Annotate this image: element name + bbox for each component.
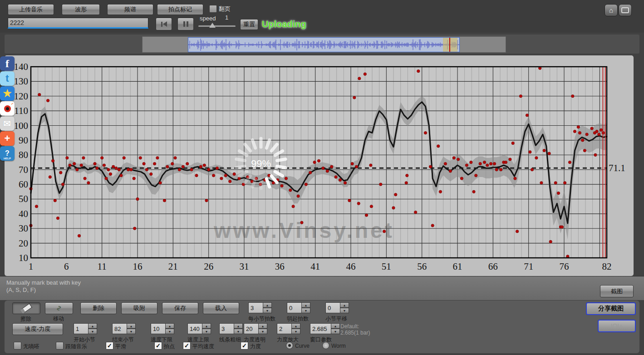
tempo-chart[interactable]: www.Vinsy.net140130120110100908070605040… bbox=[5, 55, 634, 276]
stepper-down-r2-1[interactable]: ▼ bbox=[88, 329, 97, 334]
checkbox-1[interactable] bbox=[14, 342, 21, 350]
stepper-label-r1-2: 弱起拍数 bbox=[287, 315, 309, 323]
action-button-1[interactable]: 删除 bbox=[80, 302, 117, 314]
action-button-2[interactable]: 吸附 bbox=[121, 302, 157, 314]
toolbar-button-4[interactable]: 拍点标记 bbox=[157, 4, 203, 15]
stepper-arrows-r1-2: ▲▼ bbox=[301, 302, 310, 313]
stepper-up-r1-2[interactable]: ▲ bbox=[301, 302, 310, 308]
checkbox-5[interactable]: ✓ bbox=[183, 342, 191, 350]
stepper-down-r2-7[interactable]: ▼ bbox=[291, 329, 300, 334]
y-axis-label: 130 bbox=[14, 76, 29, 87]
stepper-arrows-r2-7: ▲▼ bbox=[291, 323, 300, 334]
twitter-icon[interactable]: t bbox=[0, 71, 15, 86]
stepper-value-r2-3[interactable]: 10 bbox=[151, 323, 167, 334]
stepper-up-r1-1[interactable]: ▲ bbox=[263, 302, 272, 308]
checkbox-label-6: 力度 bbox=[250, 343, 261, 350]
stepper-up-r2-8[interactable]: ▲ bbox=[331, 323, 340, 329]
page-flip-checkbox[interactable] bbox=[209, 5, 217, 13]
x-axis-label: 41 bbox=[310, 261, 320, 272]
radio-label-2: Worm bbox=[331, 343, 346, 349]
stepper-value-r1-3[interactable]: 0 bbox=[325, 302, 342, 313]
stepper-value-r2-2[interactable]: 82 bbox=[112, 323, 128, 334]
stepper-up-r2-3[interactable]: ▲ bbox=[165, 323, 174, 329]
checkbox-label-5: 平均速度 bbox=[192, 343, 214, 350]
stepper-value-r2-1[interactable]: 1 bbox=[74, 323, 90, 334]
stepper-arrows-r1-3: ▲▼ bbox=[340, 302, 349, 313]
stepper-down-r2-3[interactable]: ▼ bbox=[165, 329, 174, 334]
skip-to-start-button[interactable] bbox=[156, 18, 172, 30]
stepper-value-r2-7[interactable]: 2 bbox=[277, 323, 293, 334]
qzone-icon[interactable]: ★ bbox=[0, 86, 15, 101]
stepper-up-r2-4[interactable]: ▲ bbox=[202, 323, 211, 329]
stepper-up-r2-1[interactable]: ▲ bbox=[88, 323, 97, 329]
stepper-up-r1-3[interactable]: ▲ bbox=[340, 302, 349, 308]
stepper-value-r2-5[interactable]: 3 bbox=[219, 323, 236, 334]
screenshot-button[interactable]: 截图 bbox=[600, 285, 634, 297]
checkbox-2[interactable] bbox=[56, 342, 64, 350]
waveform-playhead[interactable] bbox=[449, 38, 450, 52]
home-icon[interactable]: ⌂ bbox=[605, 4, 618, 16]
stepper-value-r1-2[interactable]: 0 bbox=[287, 302, 303, 313]
stepper-down-r1-3[interactable]: ▼ bbox=[340, 308, 349, 313]
waveform-track[interactable] bbox=[142, 36, 506, 53]
tool-label-2: 移动 bbox=[45, 315, 72, 323]
stepper-value-r1-1[interactable]: 3 bbox=[248, 302, 265, 313]
action-button-4[interactable]: 载入 bbox=[203, 302, 239, 314]
stepper-value-r2-6[interactable]: 20 bbox=[244, 323, 260, 334]
stepper-up-r2-2[interactable]: ▲ bbox=[127, 323, 136, 329]
display-icon[interactable] bbox=[619, 4, 632, 16]
pause-button[interactable] bbox=[177, 18, 194, 30]
checkbox-6[interactable]: ✓ bbox=[241, 342, 248, 350]
bottom-control-panel: 速度-力度 Default: 2.685(1 bar) 分享截图 IOI+ 擦除… bbox=[5, 301, 639, 353]
x-axis-label: 36 bbox=[275, 261, 285, 272]
toolbar-button-2[interactable]: 波形 bbox=[62, 4, 100, 15]
facebook-icon[interactable]: f bbox=[0, 56, 15, 71]
stepper-down-r1-2[interactable]: ▼ bbox=[301, 308, 310, 313]
mail-icon[interactable]: ✉ bbox=[0, 116, 15, 131]
share-screenshot-button[interactable]: 分享截图 bbox=[586, 302, 636, 315]
filename-input[interactable] bbox=[8, 18, 148, 29]
ioi-button[interactable]: IOI+ bbox=[598, 320, 636, 332]
y-axis-label: 100 bbox=[14, 120, 29, 131]
stepper-up-r2-5[interactable]: ▲ bbox=[234, 323, 243, 329]
checkbox-4[interactable]: ✓ bbox=[154, 342, 162, 350]
speed-slider-thumb[interactable] bbox=[209, 23, 216, 28]
stepper-up-r2-7[interactable]: ▲ bbox=[291, 323, 300, 329]
stepper-arrows-r2-5: ▲▼ bbox=[234, 323, 243, 334]
y-axis-label: 10 bbox=[19, 252, 28, 263]
tool-button-2[interactable]: ∿ bbox=[45, 302, 73, 314]
radio-worm[interactable] bbox=[322, 342, 329, 349]
checkbox-3[interactable]: ✓ bbox=[106, 342, 113, 350]
social-sidebar: ft★◜✉+?HELP bbox=[0, 56, 15, 161]
speed-slider-track[interactable] bbox=[198, 25, 236, 27]
stepper-arrows-r2-3: ▲▼ bbox=[165, 323, 174, 334]
stepper-value-r2-8[interactable]: 2.685 bbox=[310, 323, 333, 334]
y-axis-label: 30 bbox=[19, 223, 28, 234]
radio-curve[interactable] bbox=[286, 342, 293, 349]
stepper-down-r1-1[interactable]: ▼ bbox=[263, 308, 272, 313]
waveform-selection[interactable] bbox=[443, 38, 457, 52]
tool-label-1: 擦除 bbox=[12, 315, 39, 323]
tempo-dynamics-button[interactable]: 速度-力度 bbox=[12, 323, 63, 335]
share-plus-icon[interactable]: + bbox=[0, 131, 15, 146]
stepper-down-r2-5[interactable]: ▼ bbox=[234, 329, 243, 334]
stepper-value-r2-4[interactable]: 140 bbox=[187, 323, 204, 334]
stepper-down-r2-6[interactable]: ▼ bbox=[258, 329, 267, 334]
stepper-up-r2-6[interactable]: ▲ bbox=[258, 323, 267, 329]
tool-button-1[interactable] bbox=[12, 302, 40, 314]
stepper-down-r2-2[interactable]: ▼ bbox=[127, 329, 136, 334]
reset-button[interactable]: 重置 bbox=[240, 19, 258, 30]
speed-value: 1 bbox=[225, 14, 228, 21]
action-button-3[interactable]: 保存 bbox=[162, 302, 198, 314]
x-axis-label: 51 bbox=[382, 261, 391, 272]
stepper-down-r2-8[interactable]: ▼ bbox=[331, 329, 340, 334]
help-icon[interactable]: ?HELP bbox=[0, 146, 15, 161]
y-axis-label: 40 bbox=[19, 208, 28, 219]
toolbar-button-3[interactable]: 频谱 bbox=[107, 4, 153, 15]
stepper-down-r2-4[interactable]: ▼ bbox=[202, 329, 211, 334]
toolbar-button-1[interactable]: 上传音乐 bbox=[8, 4, 54, 15]
hint-line2: (A, S, D, F) bbox=[6, 286, 36, 293]
weibo-icon[interactable]: ◜ bbox=[0, 101, 15, 116]
waveform-area[interactable] bbox=[188, 37, 460, 52]
x-axis-label: 71 bbox=[524, 261, 533, 272]
